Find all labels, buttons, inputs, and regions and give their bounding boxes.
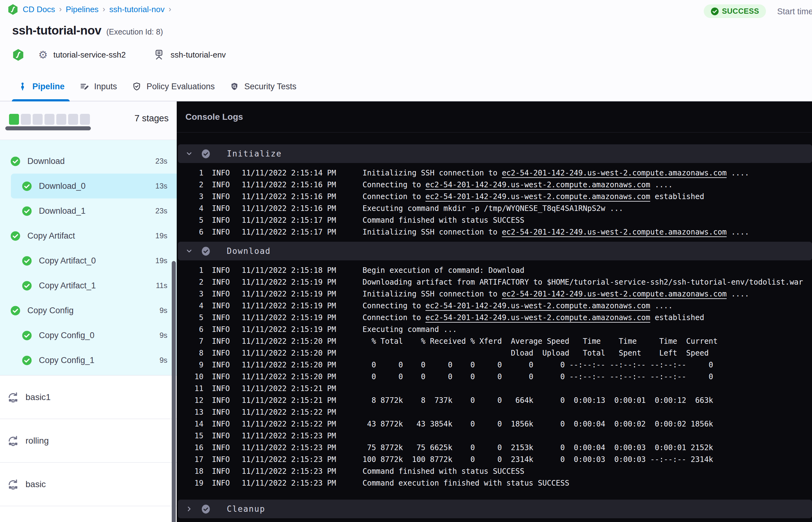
- log-message: Command execution finished with status S…: [362, 479, 569, 487]
- policy-shield-check-icon: [132, 82, 142, 92]
- log-level: INFO: [212, 420, 230, 428]
- stage-duration: 9s: [160, 306, 167, 315]
- tab-security-tests[interactable]: Security Tests: [229, 72, 297, 101]
- log-timestamp: 11/11/2022 2:15:23 PM: [242, 479, 336, 487]
- stage-label: Copy Artifact_0: [39, 256, 96, 266]
- log-timestamp: 11/11/2022 2:15:19 PM: [242, 325, 336, 334]
- stage-row-copy-artifact[interactable]: Copy Artifact19s: [0, 223, 177, 248]
- pipeline-icon: [18, 82, 27, 92]
- stage-group-row-basic1[interactable]: basic1: [0, 375, 177, 419]
- page-header: CD Docs›Pipelines›ssh-tutorial-nov› SUCC…: [0, 0, 812, 72]
- log-line-number: 4: [177, 301, 203, 310]
- log-text: Downloading artifact from ARTIFACTORY to…: [362, 278, 803, 286]
- log-message: Begin execution of command: Download: [362, 266, 524, 275]
- step-success-check-icon: [201, 149, 210, 159]
- log-message: 100 8772k 100 8772k 0 0 2314k 0 0:00:03 …: [362, 455, 713, 464]
- stage-row-download_0[interactable]: Download_013s: [11, 174, 177, 199]
- success-check-icon: [22, 256, 32, 266]
- breadcrumb-link[interactable]: Pipelines: [66, 5, 99, 14]
- log-link[interactable]: ec2-54-201-142-249.us-west-2.compute.ama…: [502, 228, 727, 236]
- log-link[interactable]: ec2-54-201-142-249.us-west-2.compute.ama…: [426, 313, 650, 322]
- log-text: ....: [650, 180, 673, 189]
- tab-pipeline[interactable]: Pipeline: [18, 72, 65, 101]
- stage-group-row-rolling[interactable]: rolling: [0, 419, 177, 462]
- log-line-number: 8: [177, 349, 203, 358]
- log-section-header-cleanup[interactable]: Cleanup: [178, 500, 812, 518]
- log-text: Command execution finished with status S…: [362, 479, 569, 487]
- log-level: INFO: [212, 313, 230, 322]
- log-line-number: 3: [177, 192, 203, 201]
- log-section-header-download[interactable]: Download: [178, 242, 812, 260]
- log-line-number: 6: [177, 325, 203, 334]
- stages-sidebar: 7 stages Download23s Download_013s Downl…: [0, 101, 177, 522]
- log-text: Connection to: [362, 192, 425, 201]
- stage-group-row-basic[interactable]: basic: [0, 462, 177, 506]
- log-line: 14INFO11/11/2022 2:15:22 PM 43 8772k 43 …: [177, 418, 812, 430]
- log-level: INFO: [212, 373, 230, 381]
- log-level: INFO: [212, 289, 230, 298]
- log-text: 43 8772k 43 3854k 0 0 1856k 0 0:00:04 0:…: [362, 420, 713, 428]
- page-title: ssh-tutorial-nov: [12, 24, 101, 37]
- chevron-right-icon: [185, 505, 193, 513]
- log-level: INFO: [212, 467, 230, 476]
- log-message: 8 8772k 8 737k 0 0 664k 0 0:00:13 0:00:0…: [362, 396, 713, 405]
- log-line-number: 11: [177, 384, 203, 393]
- log-message: Initializing SSH connection to ec2-54-20…: [362, 228, 749, 236]
- tab-policy-evaluations[interactable]: Policy Evaluations: [132, 72, 215, 101]
- log-line: 5INFO11/11/2022 2:15:17 PMCommand finish…: [177, 214, 812, 226]
- stage-group-label: basic: [25, 479, 46, 489]
- log-level: INFO: [212, 216, 230, 225]
- log-message: Connection to ec2-54-201-142-249.us-west…: [362, 192, 704, 201]
- log-line: 2INFO11/11/2022 2:15:19 PMDownloading ar…: [177, 276, 812, 288]
- stage-row-copy-config[interactable]: Copy Config9s: [0, 298, 177, 323]
- log-text: % Total % Received % Xferd Average Speed…: [362, 337, 718, 346]
- inputs-icon: [80, 82, 89, 92]
- breadcrumb-link[interactable]: CD Docs: [23, 5, 55, 14]
- log-line-number: 13: [177, 408, 203, 417]
- log-timestamp: 11/11/2022 2:15:16 PM: [242, 192, 336, 201]
- log-link[interactable]: ec2-54-201-142-249.us-west-2.compute.ama…: [426, 301, 650, 310]
- stage-duration: 9s: [160, 356, 167, 365]
- vertical-scrollbar[interactable]: [172, 261, 176, 522]
- log-text: ....: [727, 168, 749, 177]
- stage-group-label: rolling: [25, 436, 49, 446]
- stage-row-download[interactable]: Download23s: [0, 149, 177, 174]
- success-check-icon: [10, 305, 21, 316]
- log-line: 3INFO11/11/2022 2:15:16 PMConnection to …: [177, 191, 812, 202]
- log-text: Connecting to: [362, 180, 425, 189]
- stage-row-copy-config_0[interactable]: Copy Config_09s: [0, 323, 177, 348]
- stage-row-download_1[interactable]: Download_123s: [0, 199, 177, 223]
- horizontal-scrollbar[interactable]: [5, 126, 91, 130]
- success-check-icon: [22, 181, 32, 191]
- breadcrumb-link[interactable]: ssh-tutorial-nov: [109, 5, 165, 14]
- log-link[interactable]: ec2-54-201-142-249.us-west-2.compute.ama…: [502, 289, 727, 298]
- tab-inputs[interactable]: Inputs: [80, 72, 117, 101]
- log-section-title: Download: [227, 246, 271, 256]
- stage-row-copy-artifact_1[interactable]: Copy Artifact_111s: [0, 273, 177, 298]
- log-text: 0 0 0 0 0 0 0 0 --:--:-- --:--:-- --:--:…: [362, 373, 713, 381]
- log-level: INFO: [212, 266, 230, 275]
- status-badge-label: SUCCESS: [722, 7, 759, 16]
- stage-row-copy-artifact_0[interactable]: Copy Artifact_019s: [0, 248, 177, 273]
- stage-progress-segment: [44, 114, 55, 125]
- log-link[interactable]: ec2-54-201-142-249.us-west-2.compute.ama…: [426, 192, 650, 201]
- log-timestamp: 11/11/2022 2:15:17 PM: [242, 228, 336, 236]
- log-timestamp: 11/11/2022 2:15:19 PM: [242, 301, 336, 310]
- log-link[interactable]: ec2-54-201-142-249.us-west-2.compute.ama…: [502, 168, 727, 177]
- log-timestamp: 11/11/2022 2:15:20 PM: [242, 361, 336, 369]
- stage-row-copy-config_1[interactable]: Copy Config_19s: [0, 348, 177, 373]
- log-text: ....: [727, 289, 749, 298]
- log-line: 13INFO11/11/2022 2:15:22 PM: [177, 406, 812, 418]
- chevron-down-icon: [185, 247, 193, 255]
- log-level: INFO: [212, 192, 230, 201]
- log-level: INFO: [212, 278, 230, 286]
- log-section-header-initialize[interactable]: Initialize: [178, 144, 812, 163]
- log-text: 75 8772k 75 6625k 0 0 2153k 0 0:00:04 0:…: [362, 443, 713, 452]
- log-message: Dload Upload Total Spent Left Speed: [362, 349, 709, 358]
- log-line-number: 16: [177, 443, 203, 452]
- log-line-number: 18: [177, 467, 203, 476]
- log-link[interactable]: ec2-54-201-142-249.us-west-2.compute.ama…: [426, 180, 650, 189]
- log-level: INFO: [212, 337, 230, 346]
- stage-group-row-canary2[interactable]: canary2: [0, 506, 177, 522]
- log-line: 18INFO11/11/2022 2:15:23 PMCommand finis…: [177, 465, 812, 477]
